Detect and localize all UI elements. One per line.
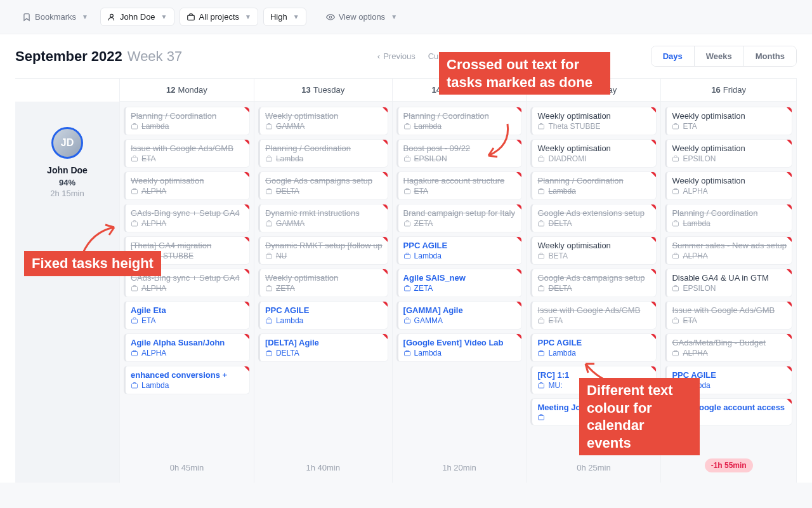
user-time: 2h 15min [15, 189, 119, 198]
svg-rect-35 [539, 352, 544, 356]
task-card[interactable]: [Google Event] Video LabLambda [396, 333, 523, 362]
view-options-button[interactable]: View options▼ [319, 8, 404, 26]
svg-rect-28 [539, 125, 544, 130]
svg-point-2 [329, 16, 332, 18]
task-project: EPSILON [672, 154, 787, 163]
svg-rect-40 [673, 190, 679, 194]
chevron-down-icon: ▼ [245, 13, 251, 20]
task-card[interactable]: Issue with Google Ads/GMBETA [530, 301, 657, 330]
task-title: Agile Eta [131, 305, 244, 315]
task-title: Hagakure account structure [403, 176, 517, 185]
task-card[interactable]: Weekly optimisationZETA [258, 269, 388, 297]
task-card[interactable]: Google Ads extensions setupDELTA [530, 204, 657, 232]
task-card[interactable]: Dynamic rmkt instructionsGAMMA [258, 204, 388, 232]
task-card[interactable]: Google Ads campaigns setupDELTA [258, 171, 388, 200]
task-title: PPC AGILE [403, 241, 517, 250]
svg-rect-44 [673, 319, 679, 324]
svg-rect-5 [132, 190, 138, 194]
chevron-down-icon: ▼ [391, 13, 397, 20]
task-title: Planning / Coordination [672, 208, 787, 218]
previous-button[interactable]: ‹ Previous [377, 51, 416, 61]
task-card[interactable]: [DELTA] AgileDELTA [258, 333, 388, 362]
task-title: Agile Alpha Susan/John [131, 338, 244, 347]
task-project: ZETA [265, 284, 383, 293]
task-card[interactable]: Agile EtaETA [124, 301, 250, 330]
task-project: ALPHA [131, 187, 244, 196]
user-filter-button[interactable]: John Doe▼ [100, 8, 174, 26]
task-project: Theta STUBBE [537, 122, 651, 131]
task-title: Summer sales - New ads setup [672, 241, 787, 250]
top-toolbar: Bookmarks▼ John Doe▼ All projects▼ High▼… [0, 0, 812, 34]
seg-days[interactable]: Days [652, 46, 695, 66]
task-card[interactable]: PPC AGILELambda [258, 301, 388, 330]
task-title: Disable GA4 & UA in GTM [672, 273, 787, 283]
user-name: John Doe [15, 165, 119, 175]
task-card[interactable]: Summer sales - New ads setupALPHA [665, 236, 792, 265]
task-project: ETA [131, 316, 244, 325]
priority-filter-button[interactable]: High▼ [263, 8, 306, 26]
day-column: Weekly optimisationGAMMAPlanning / Coord… [254, 102, 393, 483]
task-project: Lambda [265, 154, 383, 163]
task-card[interactable]: Dynamic RMKT setup [follow upNU [258, 236, 388, 265]
task-project: Lambda [672, 219, 787, 228]
day-total: 1h 20min [396, 454, 523, 483]
user-icon [107, 13, 116, 22]
projects-filter-button[interactable]: All projects▼ [180, 8, 258, 26]
svg-rect-36 [539, 384, 544, 389]
svg-rect-13 [266, 157, 272, 162]
task-card[interactable]: Issue with Google Ads/GMBETA [124, 139, 250, 168]
svg-rect-29 [539, 157, 544, 162]
svg-rect-34 [539, 319, 544, 324]
task-title: Planning / Coordination [537, 176, 651, 185]
task-card[interactable]: Issue with Google Ads/GMBETA [665, 301, 792, 330]
task-card[interactable]: PPC AGILELambda [396, 236, 523, 265]
bookmarks-button[interactable]: Bookmarks▼ [15, 8, 95, 26]
task-card[interactable]: Brand campaign setup for ItalyZETA [396, 204, 523, 232]
task-card[interactable]: Planning / CoordinationLambda [665, 204, 792, 232]
task-title: Weekly optimisation [537, 241, 651, 250]
task-card[interactable]: enhanced conversions +Lambda [124, 366, 250, 394]
task-card[interactable]: [GAMMA] AgileGAMMA [396, 301, 523, 330]
seg-weeks[interactable]: Weeks [695, 46, 744, 66]
task-card[interactable]: PPC AGILELambda [530, 333, 657, 362]
task-card[interactable]: Weekly optimisationBETA [530, 236, 657, 265]
svg-rect-31 [539, 222, 544, 227]
task-project: ETA [131, 154, 244, 163]
task-card[interactable]: Weekly optimisationEPSILON [665, 139, 792, 168]
task-card[interactable]: GAds-Bing sync + Setup GA4ALPHA [124, 204, 250, 232]
task-card[interactable]: Weekly optimisationDIADROMI [530, 139, 657, 168]
task-card[interactable]: Hagakure account structureETA [396, 171, 523, 200]
task-card[interactable]: Planning / CoordinationLambda [258, 139, 388, 168]
briefcase-icon [187, 13, 195, 22]
seg-months[interactable]: Months [744, 46, 796, 66]
task-project: ALPHA [131, 219, 244, 228]
svg-rect-23 [404, 222, 410, 227]
task-card[interactable]: Planning / CoordinationLambda [530, 171, 657, 200]
task-card[interactable]: Planning / CoordinationLambda [124, 107, 250, 135]
task-title: Agile SAIS_new [403, 273, 517, 283]
task-card[interactable]: Weekly optimisationALPHA [124, 171, 250, 200]
task-card[interactable]: Disable GA4 & UA in GTMEPSILON [665, 269, 792, 297]
user-percent: 94% [15, 178, 119, 187]
task-card[interactable]: Weekly optimisationGAMMA [258, 107, 388, 135]
task-title: PPC AGILE [265, 305, 383, 315]
svg-rect-1 [187, 15, 194, 20]
svg-rect-9 [132, 319, 138, 324]
task-card[interactable]: Weekly optimisationTheta STUBBE [530, 107, 657, 135]
task-card[interactable]: Weekly optimisationETA [665, 107, 792, 135]
svg-rect-26 [404, 319, 410, 324]
svg-rect-3 [132, 125, 138, 130]
task-title: GAds-Bing sync + Setup GA4 [131, 208, 244, 218]
task-card[interactable]: Google Ads campaigns setupDELTA [530, 269, 657, 297]
task-card[interactable]: Weekly optimisationALPHA [665, 171, 792, 200]
task-title: Google Ads campaigns setup [265, 176, 383, 185]
task-card[interactable]: Agile SAIS_newZETA [396, 269, 523, 297]
avatar[interactable]: JD [51, 127, 83, 159]
task-card[interactable]: GAds/Meta/Bing - BudgetALPHA [665, 333, 792, 362]
task-title: Google Ads campaigns setup [537, 273, 651, 283]
svg-rect-38 [673, 125, 679, 130]
task-card[interactable]: Agile Alpha Susan/JohnALPHA [124, 333, 250, 362]
svg-rect-43 [673, 287, 679, 291]
eye-icon [326, 13, 335, 22]
task-project: Lambda [403, 349, 517, 358]
